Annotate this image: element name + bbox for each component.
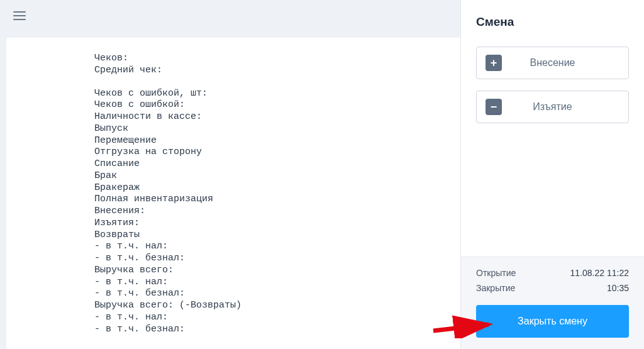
receipt-row-label: Изъятия: [94, 218, 505, 230]
receipt-row-label: Внесения: [94, 206, 499, 218]
receipt-row-label: Выпуск [94, 123, 516, 135]
minus-icon: − [486, 99, 502, 115]
receipt-row-label: - в т.ч. нал: [94, 241, 516, 253]
panel-title: Смена [461, 0, 644, 39]
receipt-row-label: Возвраты [94, 230, 516, 241]
plus-icon: + [486, 55, 502, 71]
receipt-row-label: Перемещение [94, 135, 516, 147]
receipt-row-label: - в т.ч. безнал: [94, 253, 516, 265]
receipt-row-label: Брак [94, 170, 516, 182]
receipt-row-label: Средний чек: [94, 65, 505, 77]
withdraw-button[interactable]: − Изъятие [476, 91, 629, 123]
receipt-row-label: Списание [94, 158, 516, 170]
close-shift-button[interactable]: Закрыть смену [476, 305, 629, 338]
withdraw-button-label: Изъятие [502, 101, 628, 113]
receipt-row-label: Полная инвентаризация [94, 194, 516, 206]
open-time-row: Открытие 11.08.22 11:22 [476, 266, 629, 281]
close-time-label: Закрытие [476, 281, 515, 296]
close-time-value: 10:35 [607, 281, 629, 296]
hamburger-menu-button[interactable] [9, 8, 30, 24]
open-time-label: Открытие [476, 266, 516, 281]
receipt-row-label: Чеков с ошибкой: [94, 99, 516, 111]
shift-side-panel: Смена + Внесение − Изъятие Открытие 11.0… [460, 0, 644, 349]
close-time-row: Закрытие 10:35 [476, 281, 629, 296]
open-time-value: 11.08.22 11:22 [570, 266, 629, 281]
receipt-row-label: Бракераж [94, 182, 516, 194]
deposit-button-label: Внесение [502, 57, 628, 69]
deposit-button[interactable]: + Внесение [476, 47, 629, 79]
receipt-row-label: Отгрузка на сторону [94, 147, 516, 158]
